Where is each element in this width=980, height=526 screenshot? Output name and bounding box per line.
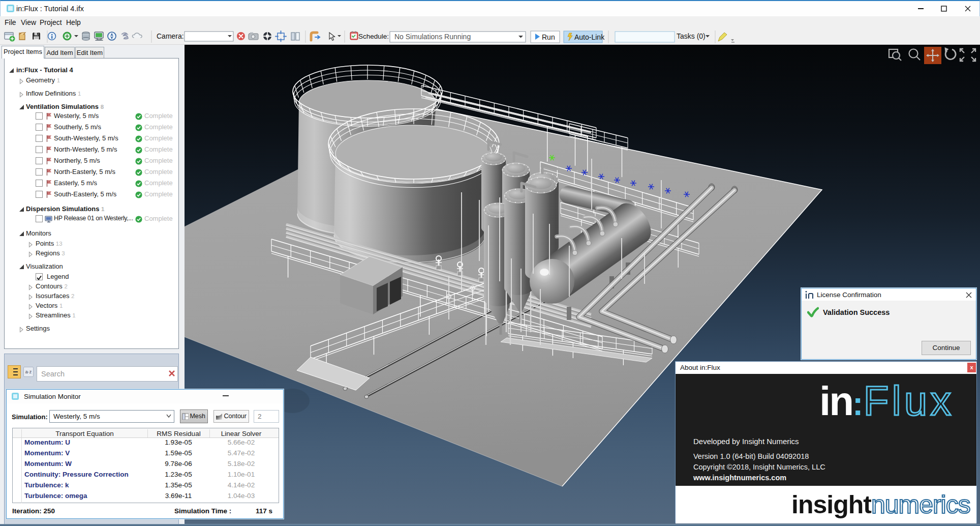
svg-text:Schedule:: Schedule:	[358, 33, 389, 40]
svg-text:Run: Run	[542, 33, 555, 41]
svg-text:No Simulations Running: No Simulations Running	[394, 33, 471, 41]
svg-text:Camera:: Camera:	[157, 32, 184, 40]
svg-text:Auto-Link: Auto-Link	[574, 33, 605, 41]
svg-text:Tasks (0): Tasks (0)	[677, 32, 706, 40]
